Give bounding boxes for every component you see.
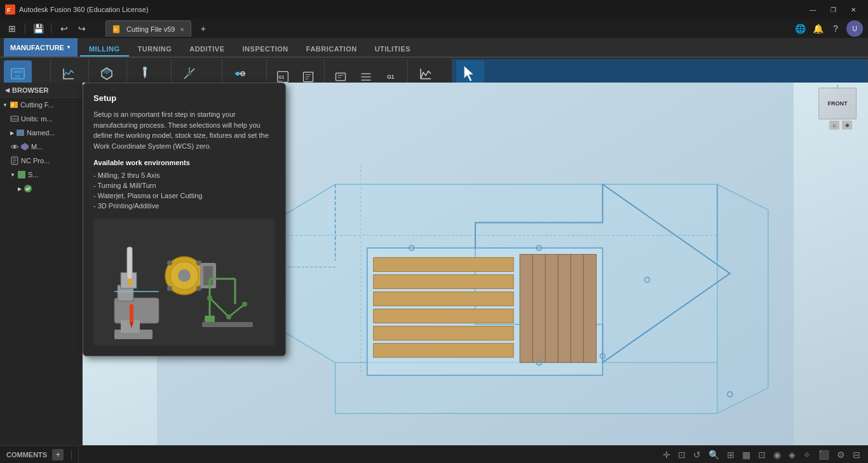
display-tool[interactable]: ◉ — [771, 448, 783, 461]
inspect-icon — [418, 66, 433, 81]
notification-button[interactable]: 🔔 — [811, 22, 825, 36]
svg-rect-40 — [374, 326, 513, 340]
svg-text:G1: G1 — [387, 74, 394, 80]
app-icon: F — [5, 4, 15, 15]
maximize-button[interactable]: ❐ — [824, 3, 843, 16]
svg-rect-57 — [114, 298, 159, 323]
tab-inspection[interactable]: INSPECTION — [234, 43, 297, 57]
add-comment-button[interactable]: + — [52, 449, 64, 460]
tooltip-image-area — [93, 218, 275, 346]
search-online-button[interactable]: 🌐 — [793, 22, 807, 36]
tab-fabrication[interactable]: FABRICATION — [297, 43, 366, 57]
manage-icon3: G1 — [385, 70, 398, 83]
setup-item-icon — [17, 170, 26, 179]
units-icon: mm — [10, 114, 19, 123]
svg-text:G1: G1 — [15, 74, 21, 78]
pan-tool[interactable]: ⊡ — [675, 448, 688, 461]
svg-rect-9 — [144, 67, 146, 75]
browser-header: ◀ BROWSER — [0, 83, 82, 98]
quick-toolbar: ⊞ 💾 ↩ ↪ F Cutting File v59 × + 🌐 🔔 ? U — [0, 19, 868, 38]
browser-collapse-icon[interactable]: ◀ — [5, 87, 10, 93]
svg-text:G1: G1 — [278, 75, 284, 79]
svg-marker-22 — [465, 66, 473, 81]
user-avatar[interactable]: U — [846, 20, 863, 37]
comments-section: COMMENTS + — [0, 446, 79, 463]
file-icon: F — [112, 25, 121, 34]
tooltip-environments-title: Available work environments — [93, 159, 275, 166]
tab-bar: MILLING TURNING ADDITIVE INSPECTION FABR… — [78, 39, 864, 57]
tooltip-illustration — [102, 222, 267, 342]
title-bar: F Autodesk Fusion 360 (Education License… — [0, 0, 868, 19]
redo-button[interactable]: ↪ — [75, 22, 89, 36]
svg-rect-19 — [336, 73, 346, 81]
settings-tool[interactable]: ⚙ — [834, 448, 848, 461]
layout-tool[interactable]: ⊟ — [850, 448, 863, 461]
zoom-extents-tool[interactable]: ⊞ — [724, 448, 737, 461]
tab-additive[interactable]: ADDITIVE — [180, 43, 233, 57]
svg-marker-10 — [144, 75, 146, 79]
tab-milling[interactable]: MILLING — [80, 43, 129, 57]
tooltip-description: Setup is an important first step in star… — [93, 109, 275, 151]
minimize-button[interactable]: — — [803, 3, 822, 16]
bottom-bar: COMMENTS + ✛ ⊡ ↺ 🔍 ⊞ ▦ ⊡ ◉ ◈ ✧ ⬛ ⚙ ⊟ — [0, 445, 868, 463]
manufacture-button[interactable]: MANUFACTURE ▼ — [4, 38, 78, 57]
bottom-tools: ✛ ⊡ ↺ 🔍 ⊞ ▦ ⊡ ◉ ◈ ✧ ⬛ ⚙ ⊟ — [655, 448, 868, 461]
svg-text:F: F — [7, 7, 11, 13]
ncprog-icon — [10, 156, 19, 165]
grid-menu-button[interactable]: ⊞ — [5, 22, 19, 36]
svg-point-65 — [178, 269, 191, 282]
browser-root-item[interactable]: ▼ F Cutting F... — [0, 98, 82, 112]
render-tool[interactable]: ◈ — [786, 448, 798, 461]
comments-label: COMMENTS — [6, 451, 47, 459]
view-tool[interactable]: ▦ — [740, 448, 753, 461]
grid-tool[interactable]: ⊡ — [756, 448, 768, 461]
view-cube-tool[interactable]: ⬛ — [816, 448, 832, 461]
browser-models-item[interactable]: M... — [0, 140, 82, 154]
browser-units-item[interactable]: mm Units: m... — [0, 112, 82, 126]
svg-marker-29 — [21, 143, 29, 151]
3d-icon — [99, 66, 114, 81]
setup-item-label: S... — [28, 171, 39, 178]
save-button[interactable]: 💾 — [31, 22, 45, 36]
tooltip-env-3: - Waterjet, Plasma or Laser Cutting — [93, 192, 275, 199]
browser-setup-item[interactable]: ▼ S... — [0, 168, 82, 182]
browser-named-item[interactable]: ▶ Named... — [0, 126, 82, 140]
setup-item-arrow: ▼ — [10, 172, 15, 178]
model-icon — [20, 142, 29, 151]
root-label: Cutting F... — [20, 101, 54, 109]
svg-rect-71 — [203, 266, 213, 285]
orbit-tool[interactable]: ↺ — [691, 448, 703, 461]
file-tab-close[interactable]: × — [180, 25, 184, 33]
new-tab-button[interactable]: + — [196, 22, 210, 36]
multiaxis-icon — [182, 66, 197, 81]
tooltip-title: Setup — [93, 93, 275, 103]
svg-point-66 — [167, 260, 172, 265]
root-icon: F — [10, 100, 18, 109]
manage-icon2 — [360, 70, 372, 83]
browser-ncprog-item[interactable]: NC Pro... — [0, 154, 82, 168]
tab-turning[interactable]: TURNING — [129, 43, 181, 57]
svg-line-75 — [210, 298, 229, 317]
svg-point-12 — [187, 72, 191, 76]
named-label: Named... — [27, 129, 55, 137]
svg-rect-37 — [374, 275, 513, 289]
effects-tool[interactable]: ✧ — [801, 448, 813, 461]
zoom-tool[interactable]: 🔍 — [706, 448, 722, 461]
svg-marker-8 — [102, 68, 112, 74]
move-tool[interactable]: ✛ — [660, 448, 673, 461]
setup-tooltip: Setup Setup is an important first step i… — [83, 83, 286, 356]
tab-utilities[interactable]: UTILITIES — [366, 43, 419, 57]
svg-text:F: F — [114, 28, 117, 32]
close-button[interactable]: ✕ — [844, 3, 863, 16]
help-button[interactable]: ? — [829, 22, 843, 36]
window-controls: — ❐ ✕ — [803, 3, 863, 16]
svg-rect-5 — [13, 70, 22, 73]
setup-child-arrow: ▶ — [18, 186, 22, 192]
modify-icon — [233, 66, 248, 81]
select-icon — [461, 65, 479, 83]
comments-separator — [71, 450, 72, 460]
browser-title: BROWSER — [12, 86, 48, 94]
named-icon — [16, 128, 25, 137]
browser-setup-child-item[interactable]: ▶ — [0, 182, 82, 196]
undo-button[interactable]: ↩ — [57, 22, 71, 36]
